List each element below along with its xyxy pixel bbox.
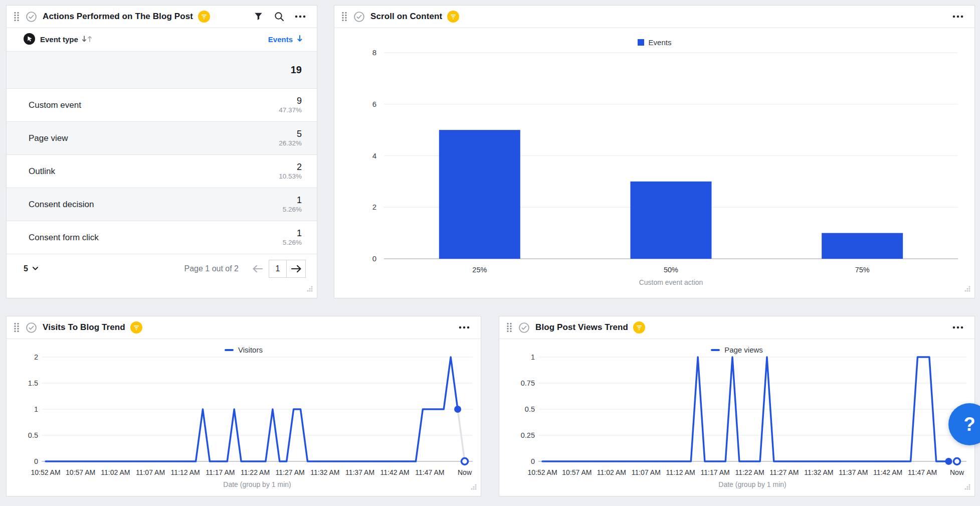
now-point-dot xyxy=(462,458,468,465)
current-page-input[interactable]: 1 xyxy=(269,260,287,278)
svg-text:1.5: 1.5 xyxy=(28,379,38,387)
filter-badge-icon[interactable] xyxy=(447,11,459,23)
svg-text:1: 1 xyxy=(531,353,535,361)
table-row[interactable]: Page view526.32% xyxy=(7,121,317,154)
prev-page-button[interactable] xyxy=(247,261,269,276)
row-percent: 47.37% xyxy=(279,106,302,114)
check-circle-icon[interactable] xyxy=(353,11,365,23)
filter-badge-icon[interactable] xyxy=(130,321,142,333)
svg-text:0: 0 xyxy=(531,457,535,465)
svg-text:Date (group by 1 min): Date (group by 1 min) xyxy=(223,480,291,488)
help-button-label: ? xyxy=(963,414,975,435)
widget-title: Scroll on Content xyxy=(370,12,442,22)
ellipsis-icon[interactable] xyxy=(458,321,471,334)
table-row[interactable]: Consent form click15.26% xyxy=(7,221,317,254)
now-point-dot xyxy=(954,458,960,465)
widget-actions-table: Actions Performed on The Blog Post Event… xyxy=(6,5,317,298)
svg-text:11:17 AM: 11:17 AM xyxy=(206,468,235,476)
legend-marker-icon xyxy=(638,39,644,46)
svg-text:11:27 AM: 11:27 AM xyxy=(276,468,305,476)
widget-visits-trend: Visits To Blog Trend Visitors 00.511.521… xyxy=(6,316,481,496)
resize-grip[interactable] xyxy=(470,483,477,492)
legend-marker-icon xyxy=(225,349,234,351)
line-chart[interactable]: 00.511.5210:52 AM10:57 AM11:02 AM11:07 A… xyxy=(7,339,481,496)
svg-text:11:22 AM: 11:22 AM xyxy=(241,468,270,476)
chevron-down-icon xyxy=(32,266,39,271)
svg-text:2: 2 xyxy=(34,353,38,361)
table-row[interactable]: Consent decision15.26% xyxy=(7,188,317,221)
legend-marker-icon xyxy=(711,349,720,351)
widget-header: Blog Post Views Trend xyxy=(499,316,974,339)
svg-text:75%: 75% xyxy=(855,266,870,274)
drag-handle-icon[interactable] xyxy=(341,12,347,22)
filter-badge-icon[interactable] xyxy=(198,11,210,23)
table-row[interactable]: Outlink210.53% xyxy=(7,154,317,188)
bar-chart[interactable]: 0246825%50%75%Custom event action xyxy=(334,28,974,298)
drag-handle-icon[interactable] xyxy=(14,322,20,332)
svg-text:11:17 AM: 11:17 AM xyxy=(701,468,730,476)
sort-toggle-icon[interactable] xyxy=(81,35,93,44)
row-label: Page view xyxy=(29,133,68,143)
sort-desc-icon[interactable] xyxy=(296,35,304,44)
svg-text:Custom event action: Custom event action xyxy=(639,278,703,286)
svg-text:11:12 AM: 11:12 AM xyxy=(171,468,200,476)
svg-text:8: 8 xyxy=(372,48,376,57)
latest-point-dot xyxy=(454,406,461,413)
row-value: 2 xyxy=(279,162,302,173)
search-icon[interactable] xyxy=(273,10,286,23)
check-circle-icon[interactable] xyxy=(26,322,37,333)
resize-grip[interactable] xyxy=(306,285,313,294)
total-value: 19 xyxy=(291,64,302,76)
svg-text:10:57 AM: 10:57 AM xyxy=(66,468,95,476)
filter-icon[interactable] xyxy=(252,10,265,23)
svg-text:11:37 AM: 11:37 AM xyxy=(839,468,868,476)
check-circle-icon[interactable] xyxy=(518,322,530,333)
row-value: 1 xyxy=(283,195,302,206)
svg-text:6: 6 xyxy=(372,100,376,108)
svg-text:0.5: 0.5 xyxy=(525,405,535,413)
widget-scroll-on-content: Scroll on Content Events 0246825%50%75%C… xyxy=(334,5,975,298)
svg-text:11:42 AM: 11:42 AM xyxy=(380,468,410,476)
resize-grip[interactable] xyxy=(963,285,971,294)
latest-point-dot xyxy=(945,458,952,465)
chart-legend[interactable]: Events xyxy=(334,38,974,47)
table-header-row: Event type Events xyxy=(7,28,317,51)
check-circle-icon[interactable] xyxy=(26,11,37,23)
widget-header: Visits To Blog Trend xyxy=(7,316,481,339)
svg-text:11:32 AM: 11:32 AM xyxy=(804,468,833,476)
resize-grip[interactable] xyxy=(963,483,971,492)
svg-text:Now: Now xyxy=(458,468,472,476)
svg-text:11:32 AM: 11:32 AM xyxy=(310,468,339,476)
svg-text:50%: 50% xyxy=(664,266,678,274)
ellipsis-icon[interactable] xyxy=(951,321,964,334)
filter-badge-icon[interactable] xyxy=(633,321,645,333)
rows-per-page-select[interactable]: 5 xyxy=(24,264,39,273)
svg-text:0.75: 0.75 xyxy=(521,379,535,387)
events-column-header[interactable]: Events xyxy=(268,35,293,44)
dimension-column-header[interactable]: Event type xyxy=(40,35,78,44)
widget-title: Visits To Blog Trend xyxy=(43,322,125,332)
svg-text:10:52 AM: 10:52 AM xyxy=(31,468,60,476)
row-percent: 5.26% xyxy=(283,206,302,214)
widget-views-trend: Blog Post Views Trend Page views 00.250.… xyxy=(499,316,975,496)
row-label: Consent form click xyxy=(29,233,99,243)
row-label: Custom event xyxy=(29,100,81,110)
rows-per-page-value: 5 xyxy=(24,264,28,273)
row-percent: 10.53% xyxy=(279,173,302,181)
page-info: Page 1 out of 2 xyxy=(184,264,239,273)
table-row[interactable]: Custom event947.37% xyxy=(7,88,317,121)
drag-handle-icon[interactable] xyxy=(14,12,20,22)
ellipsis-icon[interactable] xyxy=(294,10,307,23)
chart-legend[interactable]: Visitors xyxy=(7,346,481,354)
legend-label: Events xyxy=(649,38,672,47)
chart-legend[interactable]: Page views xyxy=(499,346,974,354)
row-value: 1 xyxy=(283,228,302,239)
svg-text:Now: Now xyxy=(950,468,964,476)
row-label: Outlink xyxy=(29,166,55,177)
next-page-button[interactable] xyxy=(287,260,306,278)
svg-text:11:42 AM: 11:42 AM xyxy=(873,468,902,476)
line-chart[interactable]: 00.250.50.75110:52 AM10:57 AM11:02 AM11:… xyxy=(499,339,974,496)
ellipsis-icon[interactable] xyxy=(951,10,964,23)
drag-handle-icon[interactable] xyxy=(506,322,512,332)
dashboard: Actions Performed on The Blog Post Event… xyxy=(0,0,980,506)
